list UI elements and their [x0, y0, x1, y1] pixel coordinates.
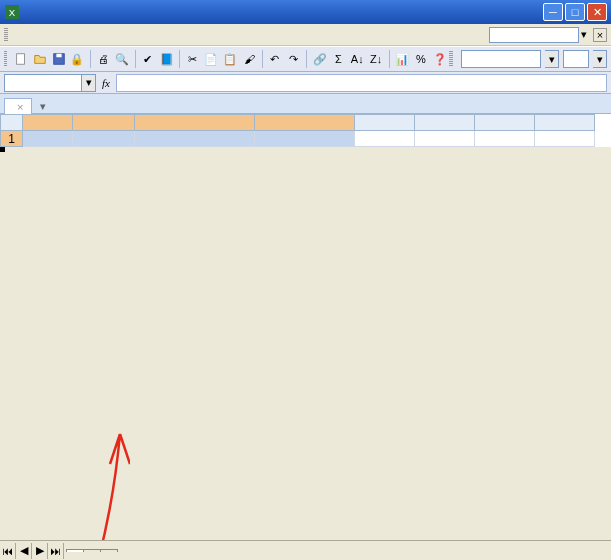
maximize-button[interactable]: □ [565, 3, 585, 21]
formula-bar: ▾ fx [0, 72, 611, 94]
grip-icon [4, 28, 8, 42]
chevron-down-icon[interactable]: ▾ [593, 50, 607, 68]
menu-file[interactable] [12, 33, 24, 37]
font-name-input[interactable] [461, 50, 541, 68]
standard-toolbar: 🔒 🖨 🔍 ✔ 📘 ✂ 📄 📋 🖌 ↶ ↷ 🔗 Σ A↓ Z↓ 📊 % ❓ ▾ … [0, 46, 611, 72]
chart-icon[interactable]: 📊 [393, 49, 410, 69]
chevron-down-icon[interactable]: ▾ [545, 50, 559, 68]
first-sheet-icon[interactable]: ⏮ [0, 543, 16, 559]
cell[interactable] [535, 131, 595, 147]
workbook-tab[interactable]: × [4, 98, 32, 114]
menu-insert[interactable] [48, 33, 60, 37]
cell[interactable] [255, 131, 355, 147]
titlebar: X ─ □ ✕ [0, 0, 611, 24]
cell-grid[interactable]: 1 [0, 114, 595, 147]
col-header-B[interactable] [73, 115, 135, 131]
grip-icon [449, 51, 453, 67]
workbook-tabs: × ▾ [0, 94, 611, 114]
menu-tools[interactable] [72, 33, 84, 37]
cell[interactable] [135, 131, 255, 147]
prev-sheet-icon[interactable]: ◀ [16, 543, 32, 559]
excel-icon: X [4, 4, 20, 20]
research-icon[interactable]: 📘 [158, 49, 175, 69]
close-button[interactable]: ✕ [587, 3, 607, 21]
next-sheet-icon[interactable]: ▶ [32, 543, 48, 559]
fill-handle[interactable] [0, 147, 5, 152]
minimize-button[interactable]: ─ [543, 3, 563, 21]
font-size-input[interactable] [563, 50, 589, 68]
col-header-E[interactable] [355, 115, 415, 131]
chevron-down-icon[interactable]: ▾ [82, 74, 96, 92]
col-header-G[interactable] [475, 115, 535, 131]
link-icon[interactable]: 🔗 [311, 49, 328, 69]
col-header-F[interactable] [415, 115, 475, 131]
col-header-C[interactable] [135, 115, 255, 131]
menu-window[interactable] [96, 33, 108, 37]
undo-icon[interactable]: ↶ [266, 49, 283, 69]
col-header-D[interactable] [255, 115, 355, 131]
sheet-tab-bar: ⏮ ◀ ▶ ⏭ [0, 540, 611, 560]
formula-input[interactable] [116, 74, 607, 92]
open-icon[interactable] [31, 49, 48, 69]
copy-icon[interactable]: 📄 [203, 49, 220, 69]
select-all-corner[interactable] [1, 115, 23, 131]
fx-icon[interactable]: fx [102, 77, 110, 89]
new-icon[interactable] [12, 49, 29, 69]
sheet-tab-2[interactable] [83, 549, 101, 552]
col-header-A[interactable] [23, 115, 73, 131]
svg-rect-2 [16, 54, 24, 65]
cell[interactable] [73, 131, 135, 147]
worksheet: 1 [0, 114, 611, 147]
spell-icon[interactable]: ✔ [139, 49, 156, 69]
cell[interactable] [415, 131, 475, 147]
menu-data[interactable] [84, 33, 96, 37]
grip-icon [4, 51, 7, 67]
menu-help[interactable] [108, 33, 120, 37]
menubar: ▾ × [0, 24, 611, 46]
col-header-H[interactable] [535, 115, 595, 131]
preview-icon[interactable]: 🔍 [114, 49, 131, 69]
menu-format[interactable] [60, 33, 72, 37]
cell[interactable] [23, 131, 73, 147]
save-icon[interactable] [50, 49, 67, 69]
zoom-icon[interactable]: % [412, 49, 429, 69]
svg-text:X: X [9, 7, 16, 18]
cut-icon[interactable]: ✂ [184, 49, 201, 69]
cell[interactable] [355, 131, 415, 147]
doc-close-button[interactable]: × [593, 28, 607, 42]
name-box[interactable] [4, 74, 82, 92]
menu-edit[interactable] [24, 33, 36, 37]
paste-icon[interactable]: 📋 [222, 49, 239, 69]
menu-view[interactable] [36, 33, 48, 37]
sort-desc-icon[interactable]: Z↓ [368, 49, 385, 69]
sheet-tab-1[interactable] [66, 549, 84, 552]
format-painter-icon[interactable]: 🖌 [241, 49, 258, 69]
new-tab-button[interactable]: ▾ [36, 100, 50, 113]
svg-rect-4 [56, 54, 61, 58]
sum-icon[interactable]: Σ [330, 49, 347, 69]
sort-asc-icon[interactable]: A↓ [349, 49, 366, 69]
permission-icon[interactable]: 🔒 [69, 49, 86, 69]
redo-icon[interactable]: ↷ [285, 49, 302, 69]
help-icon[interactable]: ❓ [431, 49, 448, 69]
print-icon[interactable]: 🖨 [95, 49, 112, 69]
row-header[interactable]: 1 [1, 131, 23, 147]
selection-outline [0, 147, 4, 151]
help-dropdown-icon[interactable]: ▾ [581, 28, 587, 41]
last-sheet-icon[interactable]: ⏭ [48, 543, 64, 559]
sheet-tab-3[interactable] [100, 549, 118, 552]
help-search-input[interactable] [489, 27, 579, 43]
close-icon[interactable]: × [17, 101, 23, 113]
cell[interactable] [475, 131, 535, 147]
